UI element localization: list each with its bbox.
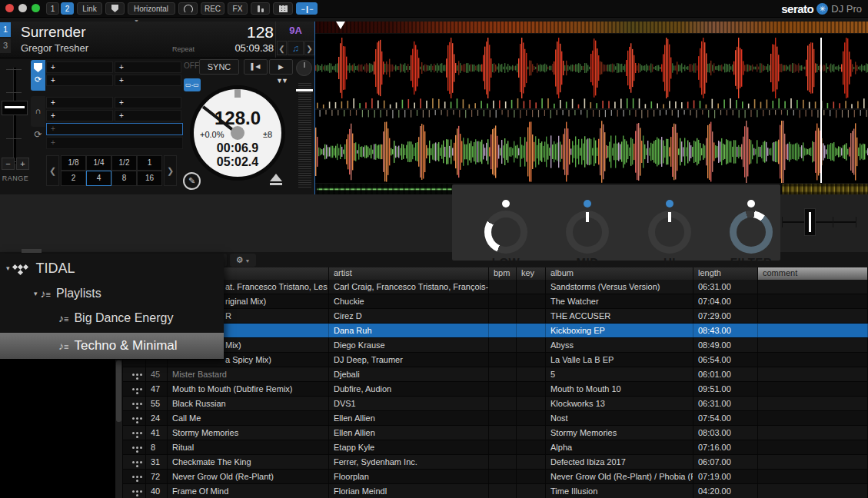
left-slider-track[interactable] xyxy=(13,68,16,164)
cue-slot-add[interactable]: + xyxy=(115,110,181,121)
sampler-button[interactable] xyxy=(273,2,293,15)
tempo-slider-handle[interactable] xyxy=(296,89,313,91)
table-row[interactable]: a Spicy Mix)DJ Deep, TraumerLa Valle La … xyxy=(123,353,868,367)
table-row[interactable]: 72Never Grow Old (Re-Plant)FloorplanNeve… xyxy=(123,470,868,484)
cue-slot-add[interactable]: + xyxy=(46,110,113,121)
cue-slot-add[interactable]: + xyxy=(46,97,113,108)
sidebar-item-playlists[interactable]: ▾♪≡Playlists xyxy=(0,281,224,306)
close-window-button[interactable] xyxy=(5,4,14,12)
table-row[interactable]: 31Checkmate The KingFerrer, Sydenham Inc… xyxy=(123,455,868,470)
expander-icon[interactable]: ▾ xyxy=(34,290,38,297)
table-row[interactable]: 8RitualEtapp KyleAlpha07:16.00 xyxy=(123,440,868,455)
keylock-icon[interactable]: ▭-▭ xyxy=(184,78,201,91)
key-shift-up-button[interactable]: ❯ xyxy=(304,41,314,55)
tab-cues[interactable]: ⟳ xyxy=(31,60,45,91)
track-slot-1[interactable]: 1 xyxy=(0,22,11,37)
beat-jump-icon[interactable]: ▼▼ xyxy=(271,77,292,85)
deck-gain-knob[interactable] xyxy=(296,60,312,76)
repeat-label[interactable]: Repeat xyxy=(172,45,195,53)
table-row[interactable]: 40Frame Of MindFlorian MeindlTime Illusi… xyxy=(123,484,868,498)
link-button[interactable]: Link xyxy=(77,2,102,15)
column-header-artist[interactable]: artist xyxy=(329,267,489,280)
cue-slot-add[interactable]: + xyxy=(115,61,181,73)
cue-slot-add[interactable]: + xyxy=(115,97,181,108)
table-row[interactable]: 55Black RussianDVS1Klockworks 1306:31.00 xyxy=(123,397,868,411)
virtual-deck-platter[interactable]: 128.0 BPM +0.0% ±8 00:06.9 05:02.4 xyxy=(190,85,285,181)
dj-fx-knob-icon-button[interactable] xyxy=(178,2,198,15)
track-slot-3[interactable]: 3 xyxy=(0,38,11,53)
key-shift-down-button[interactable]: ❮ xyxy=(277,41,287,55)
table-row[interactable]: Dana RuhKickboxing EP08:43.00 xyxy=(123,324,868,338)
column-header-key[interactable]: key xyxy=(517,267,546,280)
loop-slot-active[interactable]: + xyxy=(46,123,183,135)
eject-button[interactable] xyxy=(270,174,282,185)
beatgrid-edit-icon[interactable]: ✎ xyxy=(183,172,201,190)
loop-size-8[interactable]: 8 xyxy=(111,171,137,186)
autoloop-cycle-icon[interactable]: ⟳ xyxy=(31,129,45,140)
loop-size-16[interactable]: 16 xyxy=(137,171,162,186)
table-row[interactable]: at. Francesco Tristano, Les SièCarl Crai… xyxy=(123,280,868,294)
mixer-panel-button[interactable]: −❙− xyxy=(296,2,318,15)
rec-button[interactable]: REC xyxy=(201,2,224,15)
table-row[interactable]: RCirez DTHE ACCUSER07:29.00 xyxy=(123,309,868,324)
display-mode-dropdown[interactable]: Horizontal ▼ xyxy=(128,2,175,15)
table-row[interactable]: 24Call MeEllen AllienNost07:54.00 xyxy=(123,411,868,426)
low-knob[interactable] xyxy=(484,211,527,254)
practice-mode-button[interactable] xyxy=(105,2,125,15)
hi-knob[interactable] xyxy=(648,211,691,254)
range-minus-button[interactable]: − xyxy=(2,158,15,170)
zoom-window-button[interactable] xyxy=(32,4,40,12)
tidal-track-icon xyxy=(132,388,135,390)
table-row[interactable]: 47Mouth to Mouth (Dubfire Remix)Dubfire,… xyxy=(123,382,868,397)
sync-button[interactable]: SYNC xyxy=(199,59,239,75)
source-icon-cell xyxy=(123,426,146,440)
deck2-waveform[interactable] xyxy=(315,121,868,183)
expander-icon[interactable]: ▾ xyxy=(6,264,10,272)
track-album: Kickboxing EP xyxy=(546,324,693,337)
track-comment xyxy=(758,382,868,396)
sidebar-item-techno-minimal[interactable]: ♪≡Techno & Minimal xyxy=(0,333,224,359)
sidebar-item-big-dance-energy[interactable]: ♪≡Big Dance Energy xyxy=(0,306,224,330)
sync-off-button[interactable]: OFF xyxy=(184,61,199,70)
left-slider-handle[interactable] xyxy=(2,101,28,115)
crossfader-track[interactable] xyxy=(782,221,856,223)
table-row[interactable]: Mix)Diego KrauseAbyss08:49.00 xyxy=(123,338,868,353)
key-sync-icon[interactable]: ♫ xyxy=(288,41,304,55)
loop-size-scroll-left[interactable]: ❮ xyxy=(46,155,59,186)
sidebar-scrollbar[interactable] xyxy=(115,359,122,498)
loop-slot[interactable]: + xyxy=(46,137,183,149)
tempo-slider-track[interactable] xyxy=(298,83,311,189)
loop-size-2[interactable]: 2 xyxy=(61,171,86,186)
loop-size-1/2[interactable]: 1/2 xyxy=(111,155,137,171)
cue-slot-add[interactable]: + xyxy=(46,75,113,86)
library-settings-button[interactable]: ⚙ ▼ xyxy=(230,254,256,267)
mid-knob[interactable] xyxy=(566,211,609,254)
tab-loops[interactable]: ∩ xyxy=(31,96,45,127)
crossfader-handle[interactable] xyxy=(804,208,816,236)
column-header-bpm[interactable]: bpm xyxy=(489,267,517,280)
deck-2-button[interactable]: 2 xyxy=(61,2,74,15)
play-button[interactable]: ▶ xyxy=(269,59,293,75)
table-row[interactable]: 41Stormy MemoriesEllen AllienStormy Memo… xyxy=(123,426,868,440)
column-header-comment[interactable]: comment xyxy=(758,267,868,280)
loop-size-1/4[interactable]: 1/4 xyxy=(86,155,111,171)
deck1-waveform[interactable] xyxy=(315,38,868,98)
table-row[interactable]: riginal Mix)ChuckieThe Watcher07:04.00 xyxy=(123,294,868,309)
loop-size-1[interactable]: 1 xyxy=(137,155,162,171)
fx-button[interactable]: FX xyxy=(228,2,248,15)
column-header-album[interactable]: album xyxy=(546,267,693,280)
sidebar-item-tidal[interactable]: ▾TIDAL xyxy=(0,257,224,280)
cue-slot-add[interactable]: + xyxy=(115,75,181,86)
previous-track-button[interactable]: ▌◀ xyxy=(244,59,268,75)
loop-size-1/8[interactable]: 1/8 xyxy=(61,155,86,171)
mic-panel-button[interactable] xyxy=(251,2,270,15)
minimize-window-button[interactable] xyxy=(18,4,27,12)
column-header-length[interactable]: length xyxy=(693,267,758,280)
loop-size-scroll-right[interactable]: ❯ xyxy=(164,155,177,186)
cue-slot-add[interactable]: + xyxy=(46,61,113,73)
deck-1-button[interactable]: 1 xyxy=(46,2,59,15)
loop-size-4[interactable]: 4 xyxy=(86,171,111,186)
filter-knob[interactable] xyxy=(730,211,773,254)
range-plus-button[interactable]: + xyxy=(16,158,29,170)
table-row[interactable]: 45Mister BastardDjebali506:01.00 xyxy=(123,367,868,382)
